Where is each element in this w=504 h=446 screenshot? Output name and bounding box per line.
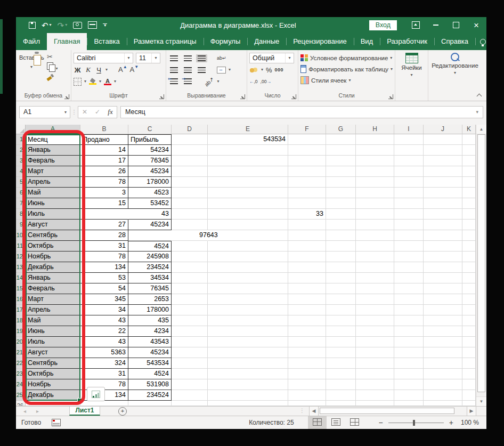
- view-page-layout-button[interactable]: [327, 416, 345, 429]
- cell-B3[interactable]: 17: [80, 156, 128, 166]
- cell-E7[interactable]: [208, 198, 288, 209]
- cell-I4[interactable]: [394, 166, 424, 177]
- cell-B20[interactable]: 43: [80, 337, 128, 347]
- cell-A14[interactable]: Январь: [26, 273, 80, 283]
- cell-C4[interactable]: 45234: [128, 166, 172, 177]
- grow-font-button[interactable]: А▲: [118, 66, 127, 74]
- align-right-button[interactable]: [196, 66, 207, 74]
- sheet-next-icon[interactable]: ▸: [36, 407, 39, 416]
- scroll-down-icon[interactable]: ▼: [476, 396, 486, 406]
- tab-review[interactable]: Рецензирование: [286, 33, 353, 50]
- clipboard-dialog-launcher-icon[interactable]: [64, 94, 69, 99]
- cells-button[interactable]: Ячейки ▾: [395, 50, 428, 77]
- editing-button[interactable]: Редактирование ▾: [428, 50, 482, 75]
- cell-B19[interactable]: 22: [80, 326, 128, 337]
- cell-E17[interactable]: [208, 305, 288, 315]
- row-header-8[interactable]: 8: [16, 209, 26, 220]
- cell-J3[interactable]: [424, 156, 462, 166]
- cell-F6[interactable]: [288, 188, 326, 198]
- cell-D17[interactable]: [172, 305, 208, 315]
- cell-J14[interactable]: [424, 273, 462, 283]
- tab-file[interactable]: Файл: [16, 33, 47, 50]
- cell-A24[interactable]: Ноябрь: [26, 379, 80, 390]
- cell-F25[interactable]: [288, 390, 326, 401]
- cell-C3[interactable]: 76345: [128, 156, 172, 166]
- row-header-18[interactable]: 18: [16, 315, 26, 326]
- cell-F10[interactable]: [288, 230, 326, 241]
- cell-A2[interactable]: Январь: [26, 145, 80, 156]
- cell-D5[interactable]: [172, 177, 208, 188]
- cell-C18[interactable]: 435: [128, 315, 172, 326]
- row-header-22[interactable]: 22: [16, 358, 26, 369]
- cell-I10[interactable]: [394, 230, 424, 241]
- cell-A21[interactable]: Август: [26, 347, 80, 358]
- tab-help[interactable]: Справка: [434, 33, 475, 50]
- shrink-font-button[interactable]: А▼: [130, 66, 139, 74]
- cell-E3[interactable]: [208, 156, 288, 166]
- cell-H19[interactable]: [356, 326, 394, 337]
- cell-B10[interactable]: 28: [80, 230, 128, 241]
- cell-B21[interactable]: 5363: [80, 347, 128, 358]
- copy-icon[interactable]: ▾: [47, 62, 69, 72]
- align-left-button[interactable]: [168, 66, 180, 74]
- cell-K1[interactable]: [462, 134, 476, 145]
- cell-D13[interactable]: [172, 262, 208, 273]
- cell-B8[interactable]: [80, 209, 128, 220]
- col-header-B[interactable]: B: [80, 125, 128, 134]
- cell-J15[interactable]: [424, 283, 462, 294]
- cell-E11[interactable]: [208, 241, 288, 252]
- cell-H17[interactable]: [356, 305, 394, 315]
- underline-button[interactable]: Ч: [95, 66, 103, 74]
- cell-E26[interactable]: [208, 401, 288, 406]
- cell-K5[interactable]: [462, 177, 476, 188]
- cell-E10[interactable]: [208, 230, 288, 241]
- cell-D15[interactable]: [172, 283, 208, 294]
- row-header-19[interactable]: 19: [16, 326, 26, 337]
- cell-K13[interactable]: [462, 262, 476, 273]
- cell-D4[interactable]: [172, 166, 208, 177]
- cell-G20[interactable]: [326, 337, 356, 347]
- row-header-3[interactable]: 3: [16, 156, 26, 166]
- cell-G23[interactable]: [326, 369, 356, 379]
- zoom-out-button[interactable]: −: [379, 418, 383, 427]
- cell-C15[interactable]: 76345: [128, 283, 172, 294]
- cell-F16[interactable]: [288, 294, 326, 305]
- borders-icon[interactable]: [74, 78, 82, 86]
- merge-dropdown-icon[interactable]: ▾: [229, 68, 231, 72]
- cell-H1[interactable]: [356, 134, 394, 145]
- cell-G17[interactable]: [326, 305, 356, 315]
- cell-C10[interactable]: [128, 230, 172, 241]
- tab-page-layout[interactable]: Разметка страницы: [127, 33, 204, 50]
- cell-A13[interactable]: Декабрь: [26, 262, 80, 273]
- col-header-F[interactable]: F: [288, 125, 326, 134]
- cell-D24[interactable]: [172, 379, 208, 390]
- cell-A11[interactable]: Октябрь: [26, 241, 80, 252]
- cell-D19[interactable]: [172, 326, 208, 337]
- paste-dropdown-icon[interactable]: ▾: [30, 64, 32, 69]
- cell-K16[interactable]: [462, 294, 476, 305]
- format-as-table-button[interactable]: Форматировать как таблицу▾: [300, 63, 393, 75]
- cell-F13[interactable]: [288, 262, 326, 273]
- cell-B22[interactable]: 324: [80, 358, 128, 369]
- cell-G14[interactable]: [326, 273, 356, 283]
- cell-H15[interactable]: [356, 283, 394, 294]
- row-header-17[interactable]: 17: [16, 305, 26, 315]
- cell-G10[interactable]: [326, 230, 356, 241]
- zoom-slider[interactable]: [388, 423, 444, 423]
- cell-A26[interactable]: [26, 401, 80, 406]
- row-header-20[interactable]: 20: [16, 337, 26, 347]
- cell-H5[interactable]: [356, 177, 394, 188]
- cell-I12[interactable]: [394, 252, 424, 262]
- cell-F3[interactable]: [288, 156, 326, 166]
- cell-G7[interactable]: [326, 198, 356, 209]
- cell-J2[interactable]: [424, 145, 462, 156]
- cell-J18[interactable]: [424, 315, 462, 326]
- cell-H25[interactable]: [356, 390, 394, 401]
- zoom-in-button[interactable]: +: [449, 418, 453, 427]
- cell-B7[interactable]: 15: [80, 198, 128, 209]
- cell-E8[interactable]: [208, 209, 288, 220]
- cell-B18[interactable]: 43: [80, 315, 128, 326]
- cell-F24[interactable]: [288, 379, 326, 390]
- select-all-button[interactable]: [16, 125, 26, 134]
- col-header-D[interactable]: D: [172, 125, 208, 134]
